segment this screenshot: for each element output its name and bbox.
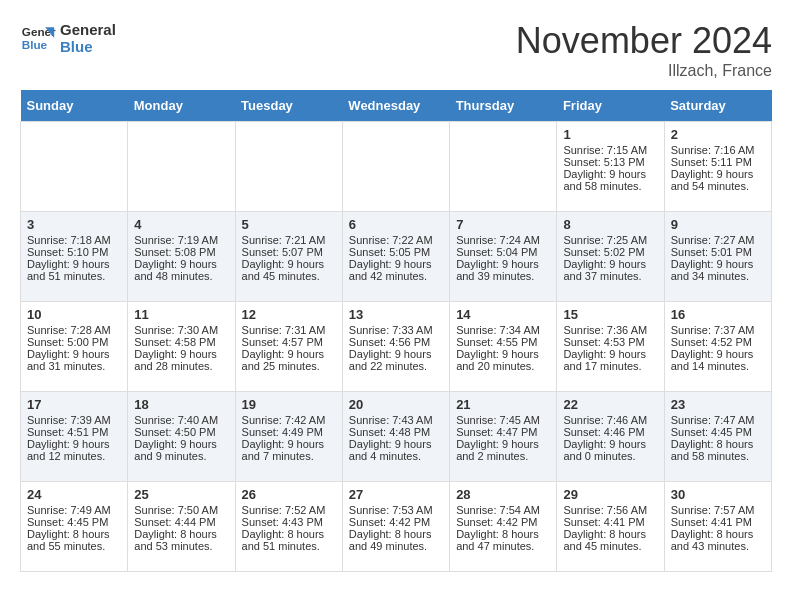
day-info: Sunrise: 7:53 AM — [349, 504, 443, 516]
day-info: Sunrise: 7:15 AM — [563, 144, 657, 156]
calendar-cell-5-7: 30Sunrise: 7:57 AMSunset: 4:41 PMDayligh… — [664, 482, 771, 572]
day-info: Daylight: 9 hours and 34 minutes. — [671, 258, 765, 282]
day-info: Sunset: 4:48 PM — [349, 426, 443, 438]
day-info: Sunrise: 7:54 AM — [456, 504, 550, 516]
header-monday: Monday — [128, 90, 235, 122]
calendar-cell-4-6: 22Sunrise: 7:46 AMSunset: 4:46 PMDayligh… — [557, 392, 664, 482]
day-info: Sunset: 4:42 PM — [456, 516, 550, 528]
calendar-cell-1-4 — [342, 122, 449, 212]
calendar-cell-2-3: 5Sunrise: 7:21 AMSunset: 5:07 PMDaylight… — [235, 212, 342, 302]
day-info: Daylight: 9 hours and 54 minutes. — [671, 168, 765, 192]
day-number: 15 — [563, 307, 657, 322]
day-number: 4 — [134, 217, 228, 232]
logo-blue: Blue — [60, 38, 116, 55]
title-area: November 2024 Illzach, France — [516, 20, 772, 80]
day-info: Sunset: 5:08 PM — [134, 246, 228, 258]
svg-text:Blue: Blue — [22, 38, 48, 51]
day-info: Sunset: 4:43 PM — [242, 516, 336, 528]
day-info: Daylight: 9 hours and 42 minutes. — [349, 258, 443, 282]
day-info: Daylight: 8 hours and 55 minutes. — [27, 528, 121, 552]
day-info: Daylight: 9 hours and 58 minutes. — [563, 168, 657, 192]
day-info: Sunrise: 7:22 AM — [349, 234, 443, 246]
day-number: 9 — [671, 217, 765, 232]
day-number: 19 — [242, 397, 336, 412]
day-info: Sunrise: 7:50 AM — [134, 504, 228, 516]
day-info: Sunrise: 7:24 AM — [456, 234, 550, 246]
calendar-cell-5-3: 26Sunrise: 7:52 AMSunset: 4:43 PMDayligh… — [235, 482, 342, 572]
day-info: Sunset: 4:58 PM — [134, 336, 228, 348]
day-number: 18 — [134, 397, 228, 412]
calendar-week-5: 24Sunrise: 7:49 AMSunset: 4:45 PMDayligh… — [21, 482, 772, 572]
calendar-cell-3-4: 13Sunrise: 7:33 AMSunset: 4:56 PMDayligh… — [342, 302, 449, 392]
calendar-cell-5-6: 29Sunrise: 7:56 AMSunset: 4:41 PMDayligh… — [557, 482, 664, 572]
day-info: Sunrise: 7:40 AM — [134, 414, 228, 426]
day-number: 24 — [27, 487, 121, 502]
day-info: Daylight: 9 hours and 20 minutes. — [456, 348, 550, 372]
day-info: Daylight: 9 hours and 17 minutes. — [563, 348, 657, 372]
day-info: Sunset: 5:10 PM — [27, 246, 121, 258]
day-info: Sunset: 5:04 PM — [456, 246, 550, 258]
day-info: Sunrise: 7:39 AM — [27, 414, 121, 426]
day-info: Daylight: 8 hours and 53 minutes. — [134, 528, 228, 552]
calendar-cell-1-1 — [21, 122, 128, 212]
calendar-cell-5-2: 25Sunrise: 7:50 AMSunset: 4:44 PMDayligh… — [128, 482, 235, 572]
logo: General Blue General Blue — [20, 20, 116, 56]
day-info: Sunrise: 7:16 AM — [671, 144, 765, 156]
calendar-cell-3-1: 10Sunrise: 7:28 AMSunset: 5:00 PMDayligh… — [21, 302, 128, 392]
calendar-week-4: 17Sunrise: 7:39 AMSunset: 4:51 PMDayligh… — [21, 392, 772, 482]
day-info: Sunrise: 7:18 AM — [27, 234, 121, 246]
day-info: Daylight: 8 hours and 43 minutes. — [671, 528, 765, 552]
day-info: Sunrise: 7:57 AM — [671, 504, 765, 516]
calendar-cell-4-4: 20Sunrise: 7:43 AMSunset: 4:48 PMDayligh… — [342, 392, 449, 482]
day-info: Sunrise: 7:30 AM — [134, 324, 228, 336]
day-info: Daylight: 9 hours and 25 minutes. — [242, 348, 336, 372]
day-info: Sunrise: 7:28 AM — [27, 324, 121, 336]
day-info: Daylight: 8 hours and 58 minutes. — [671, 438, 765, 462]
calendar-cell-1-2 — [128, 122, 235, 212]
day-number: 20 — [349, 397, 443, 412]
day-number: 30 — [671, 487, 765, 502]
day-number: 7 — [456, 217, 550, 232]
day-number: 23 — [671, 397, 765, 412]
calendar-header-row: SundayMondayTuesdayWednesdayThursdayFrid… — [21, 90, 772, 122]
day-info: Sunset: 4:52 PM — [671, 336, 765, 348]
day-info: Sunrise: 7:25 AM — [563, 234, 657, 246]
header-saturday: Saturday — [664, 90, 771, 122]
day-info: Sunset: 4:49 PM — [242, 426, 336, 438]
day-info: Daylight: 9 hours and 39 minutes. — [456, 258, 550, 282]
day-info: Daylight: 9 hours and 14 minutes. — [671, 348, 765, 372]
month-title: November 2024 — [516, 20, 772, 62]
calendar-week-2: 3Sunrise: 7:18 AMSunset: 5:10 PMDaylight… — [21, 212, 772, 302]
page-header: General Blue General Blue November 2024 … — [20, 20, 772, 80]
calendar-cell-5-4: 27Sunrise: 7:53 AMSunset: 4:42 PMDayligh… — [342, 482, 449, 572]
day-number: 2 — [671, 127, 765, 142]
day-info: Sunrise: 7:49 AM — [27, 504, 121, 516]
header-sunday: Sunday — [21, 90, 128, 122]
day-info: Sunset: 5:02 PM — [563, 246, 657, 258]
day-info: Daylight: 8 hours and 51 minutes. — [242, 528, 336, 552]
day-info: Sunset: 4:45 PM — [27, 516, 121, 528]
calendar-cell-2-4: 6Sunrise: 7:22 AMSunset: 5:05 PMDaylight… — [342, 212, 449, 302]
day-info: Daylight: 9 hours and 51 minutes. — [27, 258, 121, 282]
calendar-cell-5-5: 28Sunrise: 7:54 AMSunset: 4:42 PMDayligh… — [450, 482, 557, 572]
day-info: Sunset: 4:51 PM — [27, 426, 121, 438]
day-info: Sunrise: 7:34 AM — [456, 324, 550, 336]
day-number: 27 — [349, 487, 443, 502]
day-info: Sunrise: 7:46 AM — [563, 414, 657, 426]
day-number: 28 — [456, 487, 550, 502]
day-info: Sunset: 5:13 PM — [563, 156, 657, 168]
day-info: Sunrise: 7:37 AM — [671, 324, 765, 336]
day-number: 21 — [456, 397, 550, 412]
day-info: Sunrise: 7:36 AM — [563, 324, 657, 336]
day-info: Sunset: 4:45 PM — [671, 426, 765, 438]
location: Illzach, France — [516, 62, 772, 80]
day-info: Sunset: 4:41 PM — [671, 516, 765, 528]
day-info: Sunset: 5:01 PM — [671, 246, 765, 258]
day-info: Sunset: 4:47 PM — [456, 426, 550, 438]
day-info: Daylight: 9 hours and 45 minutes. — [242, 258, 336, 282]
day-info: Sunrise: 7:56 AM — [563, 504, 657, 516]
calendar-cell-4-1: 17Sunrise: 7:39 AMSunset: 4:51 PMDayligh… — [21, 392, 128, 482]
header-friday: Friday — [557, 90, 664, 122]
calendar-cell-1-6: 1Sunrise: 7:15 AMSunset: 5:13 PMDaylight… — [557, 122, 664, 212]
calendar-cell-5-1: 24Sunrise: 7:49 AMSunset: 4:45 PMDayligh… — [21, 482, 128, 572]
